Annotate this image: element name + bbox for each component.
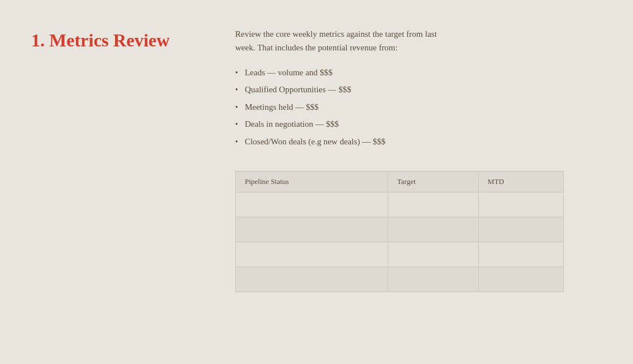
table-row [236,242,564,267]
cell-target-1 [388,192,478,217]
table-row [236,217,564,242]
list-item: Deals in negotiation — $$$ [235,117,599,131]
cell-mtd-1 [478,192,563,217]
intro-text: Review the core weekly metrics against t… [235,27,530,54]
table-row [236,192,564,217]
cell-mtd-4 [478,267,563,292]
cell-target-3 [388,242,478,267]
list-item: Closed/Won deals (e.g new deals) — $$$ [235,135,599,148]
cell-target-2 [388,217,478,242]
cell-pipeline-3 [236,242,388,267]
list-item: Meetings held — $$$ [235,100,599,114]
column-header-target: Target [388,171,478,192]
metrics-table: Pipeline Status Target MTD [235,171,564,292]
cell-mtd-3 [478,242,563,267]
page-container: 1. Metrics Review Review the core weekly… [0,0,633,364]
table-row [236,267,564,292]
cell-target-4 [388,267,478,292]
list-item: Qualified Opportunities — $$$ [235,83,599,96]
bullet-list: Leads — volume and $$$ Qualified Opportu… [235,66,599,148]
table-section: Pipeline Status Target MTD [235,171,599,292]
page-title: 1. Metrics Review [31,29,190,51]
column-header-pipeline-status: Pipeline Status [236,171,388,192]
list-item: Leads — volume and $$$ [235,66,599,79]
left-section: 1. Metrics Review [31,27,190,51]
cell-pipeline-4 [236,267,388,292]
table-header-row: Pipeline Status Target MTD [236,171,564,192]
column-header-mtd: MTD [478,171,563,192]
right-section: Review the core weekly metrics against t… [235,27,599,292]
cell-pipeline-2 [236,217,388,242]
cell-pipeline-1 [236,192,388,217]
cell-mtd-2 [478,217,563,242]
